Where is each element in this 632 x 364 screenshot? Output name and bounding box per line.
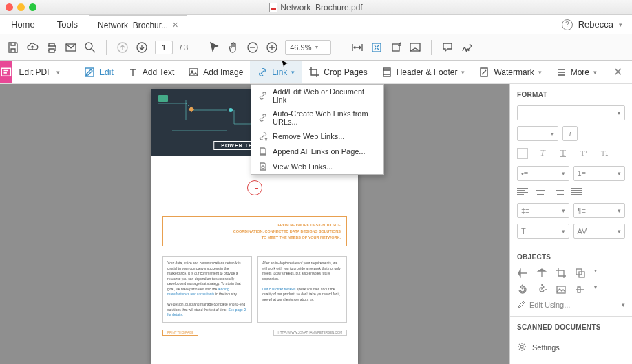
horizontal-scale-select[interactable]: T▾	[517, 224, 569, 239]
svg-rect-21	[158, 95, 168, 102]
align-left-button[interactable]	[517, 188, 528, 196]
objects-section-header: OBJECTS	[517, 253, 625, 261]
document-tab[interactable]: Network_Brochur... ✕	[89, 15, 187, 34]
svg-rect-13	[383, 68, 390, 76]
document-tab-label: Network_Brochur...	[98, 21, 168, 30]
color-swatch[interactable]	[517, 148, 528, 159]
zoom-out-icon[interactable]	[246, 41, 259, 54]
line-spacing-select[interactable]: ‡≡▾	[517, 203, 569, 218]
body-link-reviews[interactable]: Our customer reviews	[262, 287, 296, 291]
page-number-input[interactable]	[155, 41, 173, 54]
menu-auto-create-links[interactable]: Auto-Create Web Links from URLs...	[251, 107, 383, 129]
print-icon[interactable]	[45, 41, 58, 54]
header-footer-icon	[381, 67, 392, 78]
comment-icon[interactable]	[441, 41, 454, 54]
document-area[interactable]: Add/Edit Web or Document Link Auto-Creat…	[0, 84, 509, 364]
format-section-header: FORMAT	[517, 91, 625, 98]
font-family-select[interactable]: ▾	[517, 105, 625, 120]
sign-icon[interactable]	[461, 41, 473, 54]
align-center-button[interactable]	[535, 188, 546, 196]
add-text-button[interactable]: Add Text	[120, 61, 181, 83]
body-column-left: Your data, voice and communications netw…	[162, 256, 252, 323]
flip-vertical-icon[interactable]	[517, 268, 528, 279]
fit-width-icon[interactable]	[351, 41, 364, 54]
select-tool-icon[interactable]	[208, 41, 220, 54]
settings-button[interactable]: Settings	[517, 338, 625, 357]
more-icon	[556, 67, 567, 78]
zoom-in-icon[interactable]	[266, 41, 278, 54]
view-icon	[258, 162, 268, 171]
edit-using-button[interactable]: Edit Using... ▾	[517, 301, 625, 309]
menu-remove-links[interactable]: Remove Web Links...	[251, 129, 383, 144]
menu-append-links[interactable]: Append All Links on Page...	[251, 144, 383, 159]
more-button[interactable]: More▾	[549, 61, 604, 83]
numbered-list-button[interactable]: 1≡▾	[573, 166, 626, 181]
char-spacing-select[interactable]: AV▾	[573, 224, 626, 239]
crop-icon	[308, 67, 319, 78]
svg-point-15	[262, 166, 264, 169]
font-size-select[interactable]: ▾	[517, 126, 558, 141]
clock-icon	[247, 180, 262, 195]
rotate-icon[interactable]	[390, 41, 402, 54]
arrange-icon[interactable]	[575, 268, 586, 279]
replace-image-icon[interactable]	[556, 284, 567, 295]
search-icon[interactable]	[84, 41, 96, 54]
subscript-button[interactable]: T₁	[598, 148, 611, 158]
align-justify-button[interactable]	[571, 188, 582, 196]
main-toolbar: / 3 46.9%▾	[0, 34, 632, 61]
superscript-button[interactable]: T¹	[578, 148, 590, 158]
link-icon	[258, 91, 268, 100]
window-title-text: Network_Brochure.pdf	[280, 3, 362, 12]
close-editbar-icon[interactable]: ✕	[604, 65, 632, 78]
image-icon	[188, 67, 199, 78]
help-icon[interactable]: ?	[562, 19, 573, 30]
svg-rect-24	[557, 286, 565, 293]
page-up-icon[interactable]	[116, 41, 129, 54]
link-button[interactable]: Link ▾	[250, 61, 302, 83]
cloud-upload-icon[interactable]	[26, 41, 39, 54]
save-icon[interactable]	[7, 41, 19, 54]
bullet-list-button[interactable]: •≡▾	[517, 166, 569, 181]
crop-pages-button[interactable]: Crop Pages	[302, 61, 374, 83]
close-tab-icon[interactable]: ✕	[172, 21, 178, 30]
email-icon[interactable]	[65, 41, 77, 54]
print-page-link[interactable]: PRINT THIS PAGE	[162, 330, 198, 336]
pdf-icon	[269, 3, 277, 12]
edit-pdf-tool-icon[interactable]	[0, 61, 12, 83]
font-info-icon[interactable]: i	[562, 126, 578, 141]
user-menu[interactable]: Rebecca	[578, 19, 613, 30]
watermark-icon	[478, 67, 489, 78]
fit-page-icon[interactable]	[370, 41, 383, 54]
add-image-button[interactable]: Add Image	[181, 61, 250, 83]
body-column-right: After an in-depth review of your require…	[257, 256, 347, 323]
link-icon	[258, 113, 268, 122]
zoom-select[interactable]: 46.9%▾	[285, 40, 331, 55]
edit-icon	[84, 67, 95, 78]
menu-add-edit-link[interactable]: Add/Edit Web or Document Link	[251, 85, 383, 107]
tab-tools[interactable]: Tools	[46, 15, 89, 34]
rotate-cw-icon[interactable]	[536, 284, 547, 295]
menu-view-links[interactable]: View Web Links...	[251, 159, 383, 174]
svg-rect-9	[1, 68, 10, 76]
window-title: Network_Brochure.pdf	[0, 3, 632, 12]
header-footer-button[interactable]: Header & Footer▾	[375, 61, 472, 83]
italic-button[interactable]: T	[536, 148, 549, 158]
website-link[interactable]: HTTP://WWW.JONATHANWPETERSEN.COM	[273, 330, 347, 336]
paragraph-spacing-select[interactable]: ¶≡▾	[573, 203, 626, 218]
crop-object-icon[interactable]	[556, 268, 567, 279]
align-objects-icon[interactable]	[575, 284, 586, 295]
align-right-button[interactable]	[553, 188, 564, 196]
flip-horizontal-icon[interactable]	[536, 268, 547, 279]
tab-home[interactable]: Home	[0, 15, 46, 34]
format-panel: FORMAT ▾ ▾ i T T T¹ T₁ •≡▾ 1≡▾ ‡≡▾ ¶≡▾	[509, 84, 632, 364]
page-down-icon[interactable]	[136, 41, 148, 54]
edit-button[interactable]: Edit	[77, 61, 120, 83]
edit-pdf-menu[interactable]: Edit PDF▾	[12, 61, 67, 83]
align-row	[517, 188, 625, 196]
hand-tool-icon[interactable]	[227, 41, 240, 54]
svg-point-25	[520, 345, 523, 348]
rotate-ccw-icon[interactable]	[517, 284, 528, 295]
underline-button[interactable]: T	[557, 148, 569, 158]
watermark-button[interactable]: Watermark▾	[472, 61, 548, 83]
read-mode-icon[interactable]	[409, 41, 421, 54]
